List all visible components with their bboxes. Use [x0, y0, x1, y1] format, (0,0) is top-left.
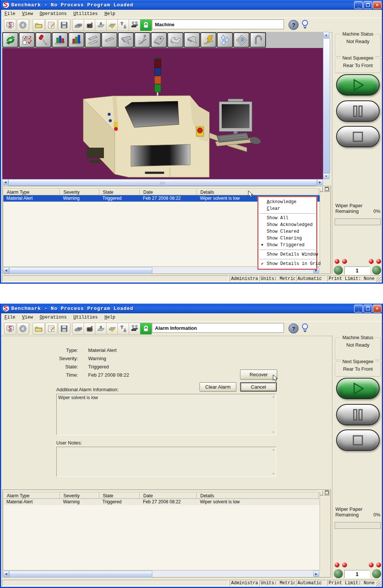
maximize-button[interactable]: [363, 305, 372, 313]
menu-show-all[interactable]: Show All: [258, 215, 316, 221]
stencil-load-button[interactable]: [129, 19, 141, 31]
board-flip-button[interactable]: [117, 323, 129, 335]
header-date[interactable]: Date: [140, 492, 197, 499]
help-icon[interactable]: ?: [288, 323, 299, 334]
header-severity[interactable]: Severity: [60, 189, 99, 195]
paste-transfer-icon-button[interactable]: [200, 32, 216, 48]
menu-operations[interactable]: Operations: [36, 10, 70, 17]
cancel-button[interactable]: Cancel: [240, 382, 277, 392]
header-alarm-type[interactable]: Alarm Type: [3, 492, 60, 499]
stop-button[interactable]: [336, 429, 380, 451]
grid-hscroll-thumb[interactable]: [9, 571, 152, 578]
help-icon[interactable]: ?: [288, 20, 299, 30]
start-button[interactable]: [336, 74, 380, 96]
menu-view[interactable]: View: [19, 10, 36, 17]
alarm-row[interactable]: Material Alert Warning Triggered Feb 27 …: [3, 499, 320, 505]
scraper-icon-button[interactable]: [184, 32, 200, 48]
close-button[interactable]: ×: [373, 1, 381, 9]
squeegee-icon-button[interactable]: [101, 32, 117, 48]
board-load-button[interactable]: [95, 19, 107, 31]
user-notes-textarea[interactable]: ▲ ▼: [56, 447, 276, 477]
setup-check-icon-button[interactable]: [19, 32, 35, 48]
header-details[interactable]: Details: [197, 492, 319, 499]
blade-icon-button[interactable]: [118, 32, 134, 48]
menu-show-details-in-grid[interactable]: ✔Show Details in Grid: [258, 260, 316, 267]
titlebar[interactable]: Benchmark - No Process Program Loaded _ …: [0, 0, 383, 10]
menu-utilities[interactable]: Utilities: [70, 314, 101, 321]
cycle-icon-button[interactable]: [2, 32, 18, 48]
stop-button[interactable]: [336, 126, 380, 147]
menu-show-triggered[interactable]: ●Show Triggered: [258, 242, 316, 248]
menu-utilities[interactable]: Utilities: [70, 10, 101, 17]
header-details[interactable]: Details: [197, 189, 319, 195]
open-program-button[interactable]: [33, 323, 45, 335]
dispenser-icon-button[interactable]: [151, 32, 167, 48]
save-button[interactable]: [58, 19, 70, 31]
menu-operations[interactable]: Operations: [36, 314, 70, 321]
menu-show-cleared[interactable]: Show Cleared: [258, 228, 316, 235]
vision-camera-button[interactable]: [84, 19, 96, 31]
grid-hscrollbar[interactable]: ◀ ▶: [3, 571, 319, 577]
minimize-button[interactable]: _: [354, 305, 363, 313]
start-button[interactable]: [336, 378, 380, 399]
minimize-button[interactable]: _: [354, 1, 363, 9]
tools-icon-button[interactable]: [35, 32, 51, 48]
clear-alarm-button[interactable]: Clear Alarm: [200, 382, 236, 392]
scroll-left-icon[interactable]: ◀: [2, 179, 8, 185]
stencil-load-button[interactable]: [129, 323, 141, 335]
scroll-up-icon[interactable]: ▲: [323, 32, 329, 38]
squeegee-pair-icon-button[interactable]: [85, 32, 101, 48]
statistics-icon-button[interactable]: [52, 32, 68, 48]
back-button[interactable]: [17, 323, 29, 335]
menu-show-acknowledged[interactable]: Show Acknowledged: [258, 221, 316, 228]
hook-icon-button[interactable]: [250, 32, 266, 48]
header-date[interactable]: Date: [140, 189, 197, 195]
pause-button[interactable]: [336, 100, 380, 122]
app-logo-button[interactable]: [4, 19, 16, 31]
back-button[interactable]: [17, 19, 29, 31]
grid-scroll-left-icon[interactable]: ◀: [3, 571, 9, 577]
additional-info-textarea[interactable]: Wiper solvent is low ▲ ▼: [56, 394, 276, 435]
scroll-right-icon[interactable]: ▶: [317, 179, 323, 185]
menu-help[interactable]: Help: [101, 10, 119, 17]
grid-hscroll-thumb[interactable]: [9, 267, 152, 274]
resize-grip[interactable]: [376, 277, 381, 282]
interlock-lock-button[interactable]: [140, 19, 152, 31]
save-button[interactable]: [58, 323, 70, 335]
interlock-lock-button[interactable]: [140, 323, 152, 335]
clamp-icon-button[interactable]: [167, 32, 183, 48]
board-unload-button[interactable]: [106, 19, 118, 31]
menu-acknowledge[interactable]: Acknowledge: [258, 199, 316, 205]
close-button[interactable]: ×: [373, 305, 381, 313]
menu-show-details-window[interactable]: Show Details Window: [258, 251, 316, 258]
machine-vscrollbar[interactable]: ▲ ▼: [323, 32, 329, 179]
menu-view[interactable]: View: [19, 314, 36, 321]
machine-hscrollbar[interactable]: ◀ |||| ▶: [2, 179, 323, 185]
panel-restore-button[interactable]: [324, 491, 329, 495]
menu-help[interactable]: Help: [101, 314, 119, 321]
hint-lamp-icon[interactable]: [301, 19, 309, 31]
header-severity[interactable]: Severity: [60, 492, 99, 499]
header-state[interactable]: State: [99, 189, 140, 195]
recover-button[interactable]: Recover: [240, 370, 277, 380]
menu-file[interactable]: File: [1, 10, 19, 17]
header-alarm-type[interactable]: Alarm Type: [3, 189, 60, 195]
resize-grip[interactable]: [376, 581, 381, 587]
menu-clear[interactable]: Clear: [258, 205, 316, 212]
maximize-button[interactable]: [363, 1, 372, 9]
edit-notes-button[interactable]: [45, 19, 57, 31]
hscroll-thumb[interactable]: ||||: [8, 179, 317, 186]
header-state[interactable]: State: [99, 492, 140, 499]
statistics-alt-icon-button[interactable]: [68, 32, 84, 48]
panel-restore-button[interactable]: [324, 187, 329, 192]
grid-scroll-left-icon[interactable]: ◀: [3, 267, 9, 273]
pause-button[interactable]: [336, 404, 380, 425]
board-load-button[interactable]: [95, 323, 107, 335]
vision-camera-button[interactable]: [84, 323, 96, 335]
hint-lamp-icon[interactable]: [301, 323, 309, 335]
board-flip-button[interactable]: [117, 19, 129, 31]
cycle-counter[interactable]: 1: [344, 570, 370, 578]
board-unload-button[interactable]: [106, 323, 118, 335]
grid-scroll-right-icon[interactable]: ▶: [313, 571, 319, 577]
stencil-clean-icon-button[interactable]: [233, 32, 249, 48]
